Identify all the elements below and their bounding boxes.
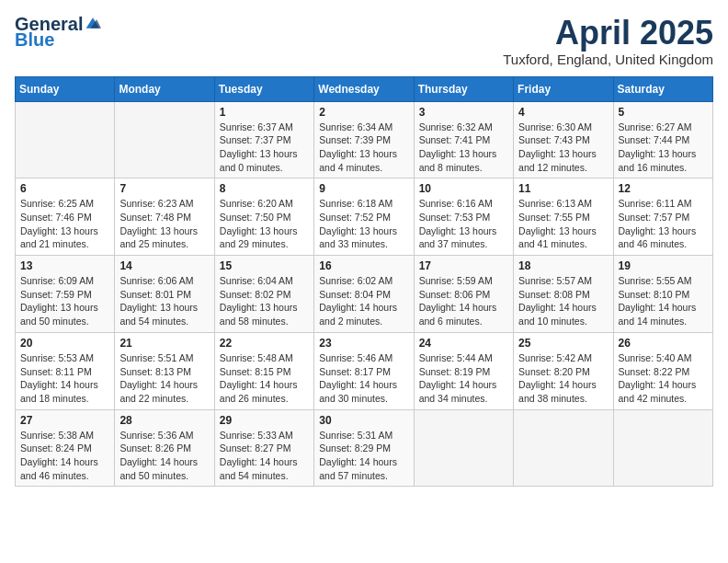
cell-day-number: 1 (220, 106, 309, 119)
calendar-cell (16, 101, 115, 178)
cell-day-number: 5 (619, 106, 708, 119)
weekday-header-sunday: Sunday (16, 76, 115, 101)
cell-day-number: 17 (419, 259, 508, 272)
cell-day-number: 13 (20, 259, 109, 272)
cell-info: Sunrise: 5:46 AMSunset: 8:17 PMDaylight:… (319, 351, 408, 406)
cell-info: Sunrise: 6:09 AMSunset: 7:59 PMDaylight:… (20, 274, 109, 328)
cell-info: Sunrise: 5:44 AMSunset: 8:19 PMDaylight:… (419, 351, 508, 406)
cell-day-number: 21 (119, 337, 209, 350)
calendar-cell: 4Sunrise: 6:30 AMSunset: 7:43 PMDaylight… (514, 101, 613, 178)
cell-day-number: 29 (220, 414, 309, 427)
cell-day-number: 20 (20, 337, 109, 350)
calendar-cell (414, 409, 513, 487)
cell-info: Sunrise: 6:02 AMSunset: 8:04 PMDaylight:… (319, 274, 408, 328)
cell-day-number: 9 (319, 182, 408, 195)
cell-info: Sunrise: 6:25 AMSunset: 7:46 PMDaylight:… (20, 197, 109, 251)
calendar-cell: 13Sunrise: 6:09 AMSunset: 7:59 PMDayligh… (16, 256, 115, 333)
cell-info: Sunrise: 6:04 AMSunset: 8:02 PMDaylight:… (220, 274, 309, 328)
cell-info: Sunrise: 5:33 AMSunset: 8:27 PMDaylight:… (220, 429, 309, 483)
calendar-week-4: 20Sunrise: 5:53 AMSunset: 8:11 PMDayligh… (16, 332, 713, 409)
weekday-header-saturday: Saturday (613, 76, 712, 101)
cell-day-number: 27 (20, 414, 109, 427)
calendar-cell: 19Sunrise: 5:55 AMSunset: 8:10 PMDayligh… (613, 256, 712, 333)
calendar-cell: 6Sunrise: 6:25 AMSunset: 7:46 PMDaylight… (16, 178, 115, 256)
cell-info: Sunrise: 5:40 AMSunset: 8:22 PMDaylight:… (619, 351, 708, 406)
cell-info: Sunrise: 6:37 AMSunset: 7:37 PMDaylight:… (220, 121, 309, 175)
calendar-cell: 16Sunrise: 6:02 AMSunset: 8:04 PMDayligh… (314, 256, 414, 333)
calendar-title: April 2025 (503, 15, 713, 52)
calendar-cell: 3Sunrise: 6:32 AMSunset: 7:41 PMDaylight… (414, 101, 513, 178)
cell-info: Sunrise: 5:53 AMSunset: 8:11 PMDaylight:… (20, 351, 109, 406)
cell-day-number: 15 (220, 259, 309, 272)
cell-info: Sunrise: 5:51 AMSunset: 8:13 PMDaylight:… (119, 351, 209, 406)
calendar-cell: 17Sunrise: 5:59 AMSunset: 8:06 PMDayligh… (414, 256, 513, 333)
cell-day-number: 7 (119, 182, 209, 195)
cell-day-number: 30 (319, 414, 408, 427)
cell-day-number: 12 (619, 182, 708, 195)
calendar-cell: 5Sunrise: 6:27 AMSunset: 7:44 PMDaylight… (613, 101, 712, 178)
cell-info: Sunrise: 6:30 AMSunset: 7:43 PMDaylight:… (518, 121, 608, 175)
cell-info: Sunrise: 5:38 AMSunset: 8:24 PMDaylight:… (20, 429, 109, 483)
cell-info: Sunrise: 5:42 AMSunset: 8:20 PMDaylight:… (518, 351, 608, 406)
cell-day-number: 3 (419, 106, 508, 119)
calendar-location: Tuxford, England, United Kingdom (503, 52, 713, 67)
calendar-cell: 1Sunrise: 6:37 AMSunset: 7:37 PMDaylight… (214, 101, 313, 178)
cell-day-number: 28 (119, 414, 209, 427)
cell-day-number: 11 (518, 182, 608, 195)
weekday-header-thursday: Thursday (414, 76, 513, 101)
cell-day-number: 26 (619, 337, 708, 350)
calendar-cell: 15Sunrise: 6:04 AMSunset: 8:02 PMDayligh… (214, 256, 313, 333)
weekday-header-tuesday: Tuesday (214, 76, 313, 101)
cell-info: Sunrise: 6:32 AMSunset: 7:41 PMDaylight:… (419, 121, 508, 175)
calendar-cell: 2Sunrise: 6:34 AMSunset: 7:39 PMDaylight… (314, 101, 414, 178)
cell-day-number: 18 (518, 259, 608, 272)
calendar-cell (613, 409, 712, 487)
calendar-cell: 22Sunrise: 5:48 AMSunset: 8:15 PMDayligh… (214, 332, 313, 409)
calendar-cell: 18Sunrise: 5:57 AMSunset: 8:08 PMDayligh… (514, 256, 613, 333)
cell-info: Sunrise: 6:18 AMSunset: 7:52 PMDaylight:… (319, 197, 408, 251)
calendar-cell: 29Sunrise: 5:33 AMSunset: 8:27 PMDayligh… (214, 409, 313, 487)
page-header: General Blue April 2025 Tuxford, England… (15, 15, 713, 67)
cell-day-number: 10 (419, 182, 508, 195)
calendar-cell: 14Sunrise: 6:06 AMSunset: 8:01 PMDayligh… (115, 256, 214, 333)
weekday-header-wednesday: Wednesday (314, 76, 414, 101)
calendar-cell: 28Sunrise: 5:36 AMSunset: 8:26 PMDayligh… (115, 409, 214, 487)
cell-info: Sunrise: 5:55 AMSunset: 8:10 PMDaylight:… (619, 274, 708, 328)
weekday-header-monday: Monday (115, 76, 214, 101)
calendar-cell: 24Sunrise: 5:44 AMSunset: 8:19 PMDayligh… (414, 332, 513, 409)
cell-info: Sunrise: 6:23 AMSunset: 7:48 PMDaylight:… (119, 197, 209, 251)
cell-info: Sunrise: 6:11 AMSunset: 7:57 PMDaylight:… (619, 197, 708, 251)
calendar-week-5: 27Sunrise: 5:38 AMSunset: 8:24 PMDayligh… (16, 409, 713, 487)
cell-day-number: 14 (119, 259, 209, 272)
cell-info: Sunrise: 6:06 AMSunset: 8:01 PMDaylight:… (119, 274, 209, 328)
cell-day-number: 2 (319, 106, 408, 119)
cell-info: Sunrise: 5:31 AMSunset: 8:29 PMDaylight:… (319, 429, 408, 483)
cell-day-number: 8 (220, 182, 309, 195)
cell-day-number: 16 (319, 259, 408, 272)
logo: General Blue (15, 15, 101, 51)
cell-day-number: 19 (619, 259, 708, 272)
cell-day-number: 6 (20, 182, 109, 195)
calendar-cell: 7Sunrise: 6:23 AMSunset: 7:48 PMDaylight… (115, 178, 214, 256)
calendar-cell: 23Sunrise: 5:46 AMSunset: 8:17 PMDayligh… (314, 332, 414, 409)
cell-day-number: 4 (518, 106, 608, 119)
cell-info: Sunrise: 5:48 AMSunset: 8:15 PMDaylight:… (220, 351, 309, 406)
cell-day-number: 24 (419, 337, 508, 350)
calendar-cell: 25Sunrise: 5:42 AMSunset: 8:20 PMDayligh… (514, 332, 613, 409)
calendar-week-1: 1Sunrise: 6:37 AMSunset: 7:37 PMDaylight… (16, 101, 713, 178)
cell-info: Sunrise: 6:27 AMSunset: 7:44 PMDaylight:… (619, 121, 708, 175)
calendar-cell: 26Sunrise: 5:40 AMSunset: 8:22 PMDayligh… (613, 332, 712, 409)
weekday-header-row: SundayMondayTuesdayWednesdayThursdayFrid… (16, 76, 713, 101)
calendar-cell: 30Sunrise: 5:31 AMSunset: 8:29 PMDayligh… (314, 409, 414, 487)
calendar-table: SundayMondayTuesdayWednesdayThursdayFrid… (15, 76, 713, 488)
calendar-cell: 12Sunrise: 6:11 AMSunset: 7:57 PMDayligh… (613, 178, 712, 256)
cell-info: Sunrise: 5:57 AMSunset: 8:08 PMDaylight:… (518, 274, 608, 328)
cell-info: Sunrise: 6:13 AMSunset: 7:55 PMDaylight:… (518, 197, 608, 251)
calendar-body: 1Sunrise: 6:37 AMSunset: 7:37 PMDaylight… (16, 101, 713, 487)
cell-day-number: 22 (220, 337, 309, 350)
logo-blue-text: Blue (15, 29, 54, 51)
calendar-cell: 10Sunrise: 6:16 AMSunset: 7:53 PMDayligh… (414, 178, 513, 256)
calendar-cell: 11Sunrise: 6:13 AMSunset: 7:55 PMDayligh… (514, 178, 613, 256)
cell-info: Sunrise: 6:34 AMSunset: 7:39 PMDaylight:… (319, 121, 408, 175)
calendar-cell: 8Sunrise: 6:20 AMSunset: 7:50 PMDaylight… (214, 178, 313, 256)
